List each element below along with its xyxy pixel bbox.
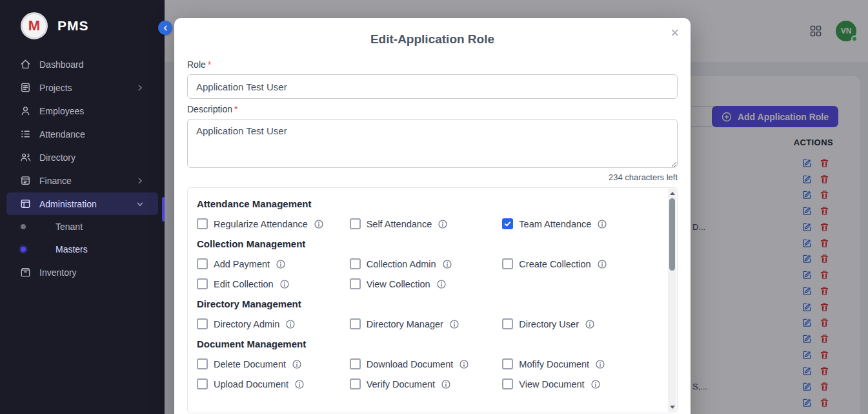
info-icon[interactable] (441, 380, 450, 389)
info-icon[interactable] (280, 280, 289, 289)
permission-checkbox[interactable] (197, 358, 208, 369)
chevron-down-icon (136, 200, 144, 208)
sidebar-subitem-tenant[interactable]: Tenant (6, 216, 158, 238)
characters-left-counter: 234 characters left (187, 172, 678, 182)
sidebar-item-label: Directory (39, 152, 76, 163)
info-icon[interactable] (276, 260, 285, 269)
permission-checkbox[interactable] (502, 258, 513, 269)
permission-checkbox[interactable] (197, 218, 208, 229)
permission-section: Directory Management Directory Admin Dir… (197, 298, 655, 329)
permission-item: Download Document (350, 358, 503, 369)
info-icon[interactable] (598, 220, 607, 229)
permission-label: Team Attendance (519, 219, 591, 229)
app-logo: M PMS (0, 0, 165, 51)
permission-checkbox[interactable] (350, 258, 361, 269)
sidebar-item-employees[interactable]: Employees (6, 99, 158, 122)
sidebar-item-projects[interactable]: Projects (6, 76, 158, 99)
role-field-label: Role* (187, 59, 678, 70)
section-title: Collection Management (197, 238, 655, 249)
modal-body: Role* Description* Application Test User… (174, 47, 691, 413)
permission-checkbox[interactable] (502, 218, 513, 229)
info-icon[interactable] (443, 260, 452, 269)
permission-checkbox[interactable] (197, 278, 208, 289)
info-icon[interactable] (598, 260, 607, 269)
permission-label: Regularize Attendance (214, 219, 308, 229)
app-name: PMS (57, 18, 89, 34)
scroll-up-arrow-icon[interactable] (668, 189, 676, 198)
sidebar-subitem-label: Masters (56, 244, 88, 254)
permission-label: Add Payment (214, 259, 270, 269)
permission-checkbox[interactable] (350, 318, 361, 329)
sidebar-subitem-label: Tenant (56, 222, 83, 232)
sidebar-item-label: Attendance (39, 129, 85, 140)
permission-label: Upload Document (214, 379, 288, 389)
scroll-down-arrow-icon[interactable] (668, 403, 676, 411)
chevron-right-icon (136, 177, 144, 185)
permission-checkbox[interactable] (350, 378, 361, 389)
permission-label: Download Document (367, 359, 454, 369)
description-label-text: Description (187, 104, 232, 114)
permission-checkbox[interactable] (350, 218, 361, 229)
info-icon[interactable] (438, 220, 447, 229)
permission-label: Mofify Document (519, 359, 589, 369)
sidebar-item-dashboard[interactable]: Dashboard (6, 53, 158, 76)
permission-checkbox[interactable] (197, 378, 208, 389)
sidebar-item-directory[interactable]: Directory (6, 146, 158, 169)
permission-item: Self Attendance (350, 218, 503, 229)
permission-grid: Regularize Attendance Self Attendance Te… (197, 218, 655, 229)
permission-label: Create Collection (519, 259, 590, 269)
info-icon[interactable] (292, 360, 301, 369)
info-icon[interactable] (585, 320, 594, 329)
permission-label: Self Attendance (367, 219, 432, 229)
sidebar-subitem-masters[interactable]: Masters (6, 238, 158, 260)
permission-item: Create Collection (502, 258, 655, 269)
info-icon[interactable] (596, 360, 605, 369)
section-title: Document Management (197, 338, 655, 349)
permission-checkbox[interactable] (197, 258, 208, 269)
sidebar-item-administration[interactable]: Administration (6, 192, 158, 215)
info-icon[interactable] (295, 380, 304, 389)
info-icon[interactable] (459, 360, 469, 369)
sidebar-item-finance[interactable]: Finance (6, 169, 158, 192)
permission-label: Collection Admin (367, 259, 436, 269)
permission-item: Mofify Document (502, 358, 655, 369)
administration-icon (20, 198, 31, 209)
info-icon[interactable] (314, 220, 323, 229)
sidebar-nav: Dashboard Projects Employees Attendance … (0, 51, 165, 284)
permission-item: Upload Document (197, 378, 350, 389)
permission-label: Verify Document (367, 379, 435, 389)
info-icon[interactable] (450, 320, 459, 329)
description-textarea[interactable]: Application Test User (187, 119, 678, 168)
required-asterisk: * (208, 59, 211, 70)
edit-application-role-modal: Edit-Application Role × Role* Descriptio… (174, 18, 691, 414)
sidebar-item-label: Administration (39, 199, 97, 209)
scrollbar-thumb[interactable] (669, 198, 675, 271)
permission-item: Collection Admin (350, 258, 503, 269)
permission-checkbox[interactable] (502, 358, 513, 369)
permission-checkbox[interactable] (350, 278, 361, 289)
sidebar-item-label: Employees (39, 106, 84, 116)
permission-checkbox[interactable] (350, 358, 361, 369)
sidebar-item-inventory[interactable]: Inventory (6, 261, 158, 284)
people-icon (20, 152, 31, 163)
role-input[interactable] (187, 74, 678, 99)
required-asterisk: * (234, 104, 237, 114)
projects-icon (20, 82, 31, 93)
permission-label: View Document (519, 379, 584, 389)
permission-item: View Collection (350, 278, 503, 289)
sidebar-collapse-button[interactable] (158, 21, 172, 35)
sidebar-item-attendance[interactable]: Attendance (6, 123, 158, 145)
section-title: Attendance Management (197, 198, 655, 209)
info-icon[interactable] (437, 280, 446, 289)
permission-checkbox[interactable] (197, 318, 208, 329)
info-icon[interactable] (286, 320, 295, 329)
permissions-panel: Attendance Management Regularize Attenda… (187, 187, 678, 413)
permission-label: Delete Document (214, 359, 286, 369)
permission-checkbox[interactable] (502, 318, 513, 329)
permissions-scrollbar[interactable] (668, 189, 676, 412)
close-icon[interactable]: × (671, 26, 679, 40)
description-field-label: Description* (187, 104, 678, 114)
permission-section: Attendance Management Regularize Attenda… (197, 198, 655, 229)
info-icon[interactable] (591, 380, 600, 389)
permission-checkbox[interactable] (502, 378, 513, 389)
